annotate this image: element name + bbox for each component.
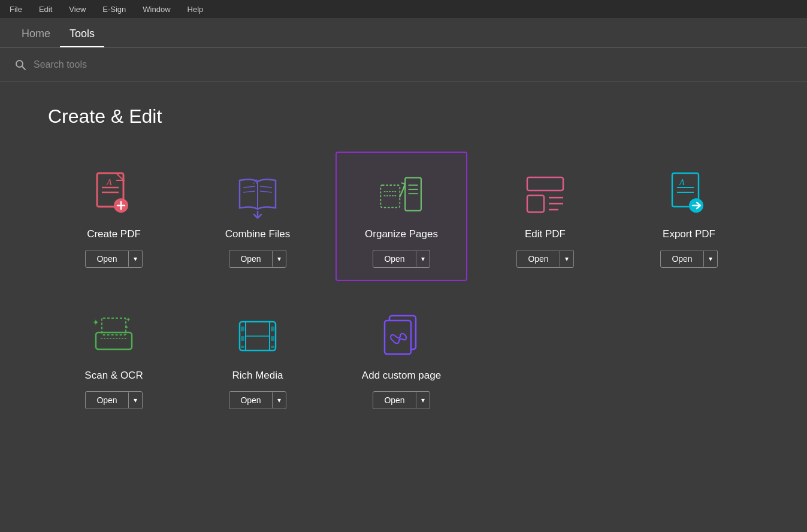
tab-home[interactable]: Home: [12, 22, 60, 47]
export-pdf-open-arrow[interactable]: ▾: [703, 251, 717, 267]
export-pdf-name: Export PDF: [663, 228, 715, 240]
tool-card-edit-pdf[interactable]: Edit PDF Open ▾: [479, 152, 611, 281]
menu-esign[interactable]: E-Sign: [99, 2, 129, 16]
create-pdf-icon: A: [90, 171, 138, 219]
scan-ocr-open-arrow[interactable]: ▾: [128, 392, 142, 408]
svg-text:✦: ✦: [92, 318, 99, 327]
svg-line-12: [260, 186, 272, 188]
tool-card-rich-media[interactable]: Rich Media Open ▾: [192, 293, 324, 422]
main-content: Create & Edit A: [0, 81, 807, 532]
export-pdf-icon: A: [665, 171, 713, 219]
section-title: Create & Edit: [48, 105, 759, 128]
tab-bar: Home Tools: [0, 18, 807, 48]
tab-tools[interactable]: Tools: [60, 22, 104, 47]
svg-rect-47: [271, 346, 274, 348]
scan-ocr-open-button[interactable]: Open: [86, 392, 128, 409]
svg-rect-44: [241, 346, 244, 348]
svg-rect-20: [380, 185, 400, 207]
export-pdf-open-button[interactable]: Open: [661, 250, 703, 267]
combine-files-open-button[interactable]: Open: [229, 250, 271, 267]
create-pdf-name: Create PDF: [87, 228, 141, 240]
create-pdf-open-wrap: Open ▾: [85, 250, 142, 268]
scan-ocr-name: Scan & OCR: [84, 370, 143, 382]
svg-rect-42: [241, 327, 244, 331]
edit-pdf-open-arrow[interactable]: ▾: [560, 251, 573, 267]
menu-view[interactable]: View: [65, 2, 89, 16]
rich-media-name: Rich Media: [232, 370, 283, 382]
organize-pages-open-wrap: Open ▾: [373, 250, 430, 268]
add-custom-page-open-wrap: Open ▾: [373, 391, 430, 409]
edit-pdf-open-wrap: Open ▾: [516, 250, 573, 268]
search-input[interactable]: [34, 59, 793, 70]
svg-text:✦: ✦: [125, 325, 129, 330]
svg-rect-34: [96, 332, 132, 349]
svg-line-1: [22, 66, 25, 69]
search-bar: [0, 48, 807, 81]
svg-text:✦: ✦: [126, 316, 131, 323]
menu-window[interactable]: Window: [139, 2, 174, 16]
tools-grid: A Create PDF Open ▾: [48, 152, 759, 422]
tool-card-organize-pages[interactable]: Organize Pages Open ▾: [336, 152, 467, 281]
combine-files-name: Combine Files: [225, 228, 291, 240]
menu-bar: File Edit View E-Sign Window Help: [0, 0, 807, 18]
svg-line-11: [243, 191, 255, 192]
create-pdf-open-button[interactable]: Open: [86, 250, 128, 267]
export-pdf-open-wrap: Open ▾: [660, 250, 717, 268]
rich-media-icon: [234, 312, 282, 360]
edit-pdf-icon: [521, 171, 569, 219]
tool-card-scan-ocr[interactable]: ✦ ✦ ✦ Scan & OCR Open ▾: [48, 293, 180, 422]
add-custom-page-icon: [377, 312, 425, 360]
svg-rect-43: [241, 336, 244, 341]
organize-pages-open-button[interactable]: Open: [373, 250, 415, 267]
combine-files-open-wrap: Open ▾: [229, 250, 286, 268]
edit-pdf-name: Edit PDF: [525, 228, 566, 240]
organize-pages-name: Organize Pages: [365, 228, 438, 240]
svg-text:A: A: [253, 177, 258, 186]
tool-card-export-pdf[interactable]: A Export PDF Open ▾: [623, 152, 755, 281]
svg-rect-24: [527, 195, 544, 212]
svg-line-13: [260, 191, 272, 192]
rich-media-open-arrow[interactable]: ▾: [272, 392, 286, 408]
rich-media-open-button[interactable]: Open: [229, 392, 271, 409]
tool-card-create-pdf[interactable]: A Create PDF Open ▾: [48, 152, 180, 281]
add-custom-page-name: Add custom page: [362, 370, 441, 382]
svg-rect-23: [527, 177, 563, 191]
edit-pdf-open-button[interactable]: Open: [517, 250, 559, 267]
menu-file[interactable]: File: [6, 2, 26, 16]
menu-edit[interactable]: Edit: [35, 2, 56, 16]
create-pdf-open-arrow[interactable]: ▾: [128, 251, 142, 267]
add-custom-page-open-button[interactable]: Open: [373, 392, 415, 409]
svg-text:A: A: [106, 178, 112, 187]
search-icon: [14, 59, 26, 71]
scan-ocr-icon: ✦ ✦ ✦: [90, 312, 138, 360]
svg-text:A: A: [679, 178, 685, 187]
tool-card-add-custom-page[interactable]: Add custom page Open ▾: [336, 293, 467, 422]
svg-line-10: [243, 186, 255, 188]
rich-media-open-wrap: Open ▾: [229, 391, 286, 409]
organize-pages-open-arrow[interactable]: ▾: [416, 251, 430, 267]
scan-ocr-open-wrap: Open ▾: [85, 391, 142, 409]
combine-files-open-arrow[interactable]: ▾: [272, 251, 286, 267]
add-custom-page-open-arrow[interactable]: ▾: [416, 392, 430, 408]
menu-help[interactable]: Help: [184, 2, 207, 16]
svg-rect-46: [271, 336, 274, 341]
tool-card-combine-files[interactable]: A Combine Files Open ▾: [192, 152, 324, 281]
svg-rect-45: [271, 327, 274, 331]
combine-files-icon: A: [234, 171, 282, 219]
organize-pages-icon: [377, 171, 425, 219]
